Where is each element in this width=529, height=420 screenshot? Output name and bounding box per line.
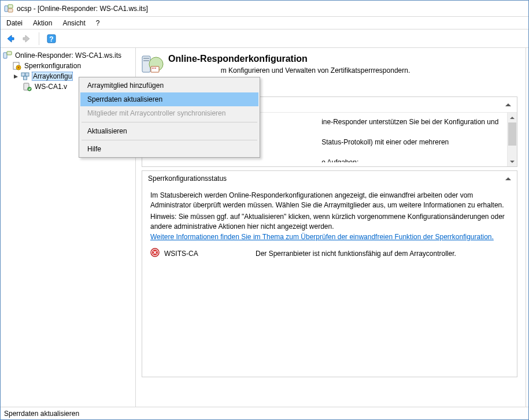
responder-icon [3,51,12,60]
svg-rect-5 [3,53,7,58]
status-config-name: WSITS-CA [164,249,251,259]
cm-refresh[interactable]: Aktualisieren [80,124,258,138]
context-menu: Arraymitglied hinzufügen Sperrdaten aktu… [79,77,260,158]
intro-scrollbar[interactable] [507,113,517,166]
server-icon [140,53,164,76]
collapse-icon[interactable] [505,103,511,106]
tree-revocation-config[interactable]: Sperrkonfiguration [1,61,135,71]
svg-rect-6 [7,51,12,55]
content-subtitle: Verwenden Sie...m Konfigurieren und Verw… [168,64,410,75]
status-para1: Im Statusbereich werden Online-Responder… [150,191,509,211]
tree-array-label: Arraykonfigu [32,72,73,81]
menu-action[interactable]: Aktion [33,19,52,27]
cm-update-revocation-data[interactable]: Sperrdaten aktualisieren [80,92,258,106]
tree-root[interactable]: Online-Responder: WS-CA1.ws.its [1,50,135,61]
window-title: ocsp - [Online-Responder: WS-CA1.ws.its] [17,5,148,13]
tree-root-label: Online-Responder: WS-CA1.ws.its [14,51,123,60]
status-row: WSITS-CA Der Sperranbieter ist nicht fun… [150,242,509,260]
back-button[interactable] [4,32,17,45]
status-bar-text: Sperrdaten aktualisieren [4,410,79,418]
status-message: Der Sperranbieter ist nicht funktionsfäh… [256,249,456,259]
status-panel-body: Im Statusbereich werden Online-Responder… [142,186,517,377]
help-button[interactable]: ? [45,32,58,45]
svg-rect-1 [8,5,13,8]
menu-file[interactable]: Datei [6,19,23,27]
svg-rect-10 [25,73,29,76]
intro-line3: e Aufgaben: [321,158,358,162]
cm-separator [82,122,257,122]
array-config-icon [21,72,30,81]
cm-add-array-member[interactable]: Arraymitglied hinzufügen [80,79,258,92]
status-bar: Sperrdaten aktualisieren [1,407,528,419]
svg-rect-0 [5,6,8,12]
content-title: Online-Responderkonfiguration [168,53,410,64]
svg-rect-2 [8,9,13,12]
menu-help[interactable]: ? [96,19,100,27]
right-sash[interactable] [526,48,528,407]
svg-text:?: ? [49,35,53,43]
status-panel: Sperrkonfigurationsstatus Im Statusberei… [142,170,517,377]
svg-rect-19 [152,68,154,69]
cm-separator [82,140,257,140]
forward-button[interactable] [20,32,33,45]
app-icon [4,4,13,13]
svg-rect-15 [143,58,149,59]
expand-icon[interactable] [12,74,19,79]
svg-rect-20 [154,68,156,69]
toolbar: ? [1,29,528,48]
collapse-icon[interactable] [505,177,511,180]
menu-bar: Datei Aktion Ansicht ? [1,17,528,29]
cm-help[interactable]: Hilfe [80,142,258,156]
status-para2: Hinweis: Sie müssen ggf. auf "Aktualisie… [150,212,509,232]
cm-sync-members: Mitglieder mit Arraycontroller synchroni… [80,106,258,120]
menu-view[interactable]: Ansicht [62,19,85,27]
title-bar: ocsp - [Online-Responder: WS-CA1.ws.its] [1,1,528,17]
scroll-down-button[interactable] [508,157,517,166]
svg-rect-18 [151,66,159,72]
toolbar-separator [39,32,39,45]
error-icon [150,248,160,260]
status-help-link[interactable]: Weitere Informationen finden Sie im Them… [150,233,494,241]
svg-rect-9 [21,73,25,76]
status-panel-title: Sperrkonfigurationsstatus [148,174,227,183]
svg-rect-16 [143,60,149,61]
scroll-thumb[interactable] [508,122,516,146]
status-panel-header[interactable]: Sperrkonfigurationsstatus [142,171,517,186]
server-member-icon [23,82,32,91]
scroll-up-button[interactable] [508,113,517,122]
revocation-icon [12,61,21,70]
svg-rect-11 [24,76,27,80]
tree-revocation-label: Sperrkonfiguration [23,62,82,70]
tree-member-label: WS-CA1.v [34,83,68,91]
